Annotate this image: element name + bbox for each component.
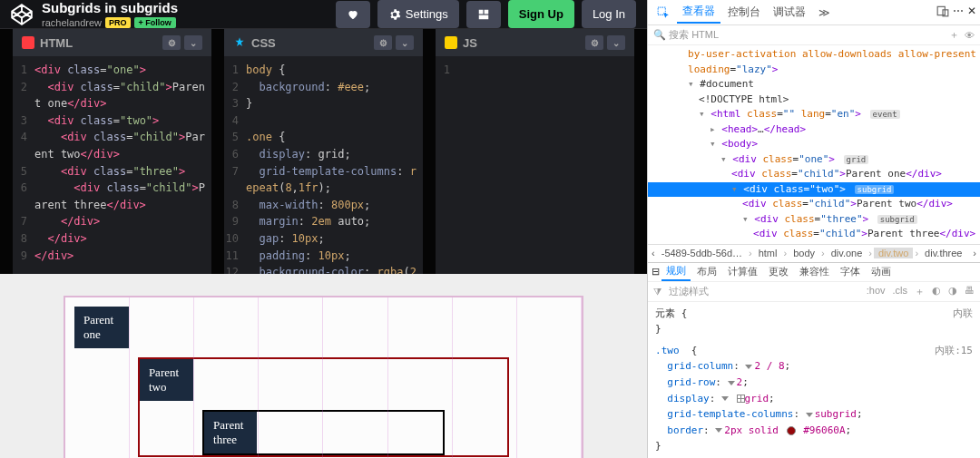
styles-tab[interactable]: 规则 xyxy=(662,262,691,281)
search-icon: 🔍 xyxy=(653,29,666,41)
styles-tabs: ⊟ 规则布局计算值更改兼容性字体动画 xyxy=(648,262,980,282)
styles-side-toggle-icon[interactable]: ⊟ xyxy=(652,266,660,278)
heart-button[interactable] xyxy=(336,1,370,28)
login-button[interactable]: Log In xyxy=(582,0,636,28)
cls-toggle[interactable]: .cls xyxy=(893,285,908,298)
add-node-icon[interactable]: ＋ xyxy=(949,28,959,42)
css-editor: CSS⚙⌄ 1body {2 background: #eee;3}45.one… xyxy=(224,29,423,274)
styles-filter-row: ⧩ 过滤样式 :hov .cls ＋ ◐ ◑ 🖶 xyxy=(648,282,980,302)
svg-rect-2 xyxy=(479,15,489,19)
svg-rect-0 xyxy=(479,9,484,14)
styles-tab[interactable]: 更改 xyxy=(764,263,793,280)
preview-pane: Parent one Parent two Parent three xyxy=(0,274,647,458)
styles-tab[interactable]: 计算值 xyxy=(723,263,762,280)
rules-panel[interactable]: 元素 {内联 } .two {内联:15 grid-column: 2 / 8;… xyxy=(648,302,980,458)
editor-settings-icon[interactable]: ⚙ xyxy=(374,35,392,50)
breadcrumb-item[interactable]: html xyxy=(754,248,782,258)
styles-tab[interactable]: 字体 xyxy=(836,263,865,280)
html-code-area[interactable]: 1<div class="one">2 <div class="child">P… xyxy=(13,56,211,274)
styles-tab[interactable]: 布局 xyxy=(692,263,721,280)
preview-parent-three[interactable]: Parent three xyxy=(204,412,257,453)
chevron-down-icon[interactable]: ⌄ xyxy=(184,35,202,50)
devtools-panel: 查看器 控制台 调试器 ≫ ⋯ ✕ 🔍 搜索 HTML ＋ 👁 by-user-… xyxy=(647,0,980,458)
breadcrumb-item[interactable]: -5489-5ddb-56d… xyxy=(657,248,747,258)
styles-tab[interactable]: 动画 xyxy=(867,263,896,280)
js-editor: JS⚙⌄ 1 xyxy=(436,29,634,274)
devtools-tabs: 查看器 控制台 调试器 ≫ ⋯ ✕ xyxy=(648,0,980,25)
preview-grid-one[interactable]: Parent one Parent two Parent three xyxy=(64,296,583,458)
contrast-icon[interactable]: ◑ xyxy=(948,285,957,298)
html-editor: HTML⚙⌄ 1<div class="one">2 <div class="c… xyxy=(13,29,211,274)
breadcrumb-item[interactable]: div.one xyxy=(827,248,867,258)
tabs-overflow-icon[interactable]: ≫ xyxy=(813,4,836,22)
author-name[interactable]: rachelandrew xyxy=(42,17,102,28)
heart-icon xyxy=(347,8,359,21)
add-rule-icon[interactable]: ＋ xyxy=(915,285,925,298)
layout-button[interactable] xyxy=(466,1,501,28)
preview-parent-one[interactable]: Parent one xyxy=(74,307,129,348)
svg-rect-6 xyxy=(937,6,945,15)
devtools-menu-icon[interactable]: ⋯ xyxy=(953,5,964,20)
hov-toggle[interactable]: :hov xyxy=(867,285,886,298)
js-badge-icon xyxy=(445,36,457,49)
follow-button[interactable]: + Follow xyxy=(134,17,176,28)
html-badge-icon xyxy=(22,36,34,49)
light-dark-icon[interactable]: ◐ xyxy=(932,285,941,298)
funnel-icon: ⧩ xyxy=(653,286,662,297)
gear-icon xyxy=(388,8,401,21)
dom-search-input[interactable]: 搜索 HTML xyxy=(669,28,719,42)
svg-rect-3 xyxy=(22,36,34,49)
responsive-icon[interactable] xyxy=(936,5,949,20)
preview-parent-two[interactable]: Parent two xyxy=(140,359,193,401)
css-code-area[interactable]: 1body {2 background: #eee;3}45.one {6 di… xyxy=(224,56,423,274)
tab-debugger[interactable]: 调试器 xyxy=(768,2,811,23)
close-icon[interactable]: ✕ xyxy=(967,5,976,20)
svg-rect-1 xyxy=(484,9,488,14)
breadcrumbs: ‹-5489-5ddb-56d…›html›body›div.one›div.t… xyxy=(648,244,980,262)
js-code-area[interactable]: 1 xyxy=(436,56,634,274)
author-row: rachelandrew PRO + Follow xyxy=(42,17,328,28)
editors-row: HTML⚙⌄ 1<div class="one">2 <div class="c… xyxy=(0,29,647,274)
pick-element-icon[interactable] xyxy=(652,4,675,22)
css-badge-icon xyxy=(233,36,246,49)
chevron-down-icon[interactable]: ⌄ xyxy=(607,35,625,50)
editor-settings-icon[interactable]: ⚙ xyxy=(585,35,603,50)
dom-search-row: 🔍 搜索 HTML ＋ 👁 xyxy=(648,25,980,45)
eye-icon[interactable]: 👁 xyxy=(965,30,975,41)
header: Subgrids in subgrids rachelandrew PRO + … xyxy=(0,0,647,29)
editor-settings-icon[interactable]: ⚙ xyxy=(162,35,181,50)
codepen-logo-icon xyxy=(11,4,33,25)
pen-title[interactable]: Subgrids in subgrids xyxy=(42,0,328,15)
breadcrumb-item[interactable]: body xyxy=(789,248,819,258)
signup-button[interactable]: Sign Up xyxy=(508,0,574,28)
layout-icon xyxy=(477,8,490,21)
preview-grid-two[interactable]: Parent two Parent three xyxy=(138,357,509,457)
preview-grid-three[interactable]: Parent three xyxy=(202,410,445,455)
styles-tab[interactable]: 兼容性 xyxy=(795,263,834,280)
breadcrumb-item[interactable]: div.two xyxy=(874,248,913,258)
tab-console[interactable]: 控制台 xyxy=(722,2,766,23)
breadcrumb-item[interactable]: div.three xyxy=(920,248,966,258)
settings-button[interactable]: Settings xyxy=(377,0,459,28)
dom-tree[interactable]: by-user-activation allow-downloads allow… xyxy=(648,45,980,244)
print-icon[interactable]: 🖶 xyxy=(965,285,975,298)
pro-badge: PRO xyxy=(105,17,131,28)
chevron-down-icon[interactable]: ⌄ xyxy=(396,35,414,50)
filter-input[interactable]: 过滤样式 xyxy=(669,285,709,298)
svg-rect-4 xyxy=(445,36,457,49)
tab-inspector[interactable]: 查看器 xyxy=(677,1,720,24)
